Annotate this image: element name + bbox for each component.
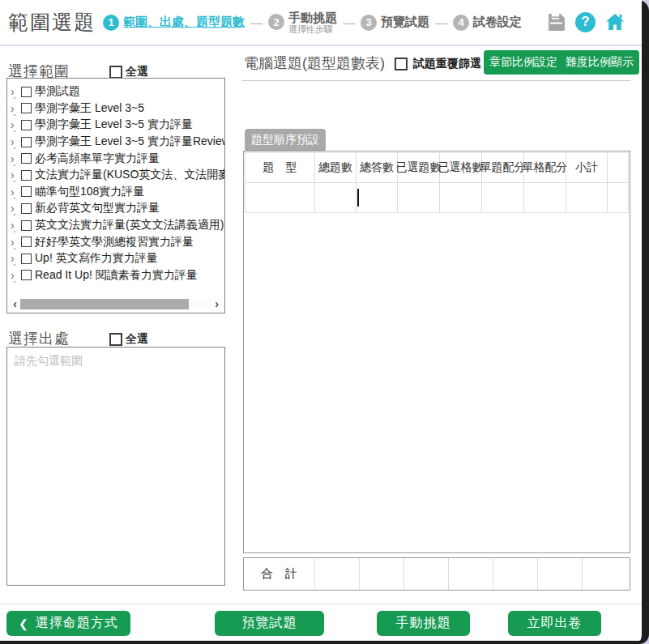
table-cell[interactable] xyxy=(357,183,398,213)
chevron-right-icon[interactable]: › xyxy=(11,253,21,264)
tree-item[interactable]: ›英文文法實力評量(英文文法講義適用) xyxy=(11,217,224,234)
totals-cell xyxy=(583,558,627,590)
chevron-right-icon[interactable]: › xyxy=(11,270,21,281)
totals-label: 合 計 xyxy=(244,558,315,590)
chevron-right-icon[interactable]: › xyxy=(11,237,21,248)
tree-item-label: 新必背英文句型實力評量 xyxy=(35,201,160,215)
tree-item-label: 學測試題 xyxy=(35,84,80,99)
back-to-method-button[interactable]: ❮ 選擇命題方式 xyxy=(6,611,130,636)
source-select-all-checkbox[interactable] xyxy=(109,333,122,346)
step-2-manual-pick[interactable]: 2 手動挑題 選擇性步驟 xyxy=(268,11,337,35)
table-cell[interactable] xyxy=(608,183,629,213)
table-cell[interactable] xyxy=(246,183,315,213)
question-type-order-preset-button[interactable]: 題型順序預設 xyxy=(245,129,326,151)
top-bar: 範圍選題 1 範圍、出處、題型題數 — 2 手動挑題 選擇性步驟 — 3 預覽試… xyxy=(0,0,642,46)
tree-item[interactable]: ›新必背英文句型實力評量 xyxy=(11,200,224,217)
step-1-range[interactable]: 1 範圍、出處、題型題數 xyxy=(103,15,245,31)
chevron-right-icon[interactable]: › xyxy=(11,119,21,130)
totals-cell xyxy=(360,558,404,590)
manual-pick-button[interactable]: 手動挑題 xyxy=(377,611,470,636)
source-select-all[interactable]: 全選 xyxy=(109,332,148,347)
duplicate-filter-checkbox[interactable] xyxy=(395,58,408,70)
chevron-right-icon[interactable]: › xyxy=(11,220,21,231)
source-placeholder-text: 請先勾選範圍 xyxy=(7,348,224,375)
table-cell[interactable] xyxy=(440,183,482,213)
tree-item[interactable]: ›必考高頻率單字實力評量 xyxy=(11,150,224,167)
save-icon[interactable] xyxy=(546,12,566,32)
column-header xyxy=(608,153,629,183)
chevron-right-icon[interactable]: › xyxy=(11,136,21,147)
column-header: 題 型 xyxy=(246,153,315,183)
duplicate-filter-label: 試題重覆篩選 xyxy=(413,57,481,71)
scrollbar-track[interactable] xyxy=(20,299,211,309)
tree-item-label: 瞄準句型108實力評量 xyxy=(35,185,144,199)
step-separator: — xyxy=(435,15,447,29)
tree-item-label: Read It Up! 閱讀素養力實力評量 xyxy=(35,268,198,283)
checkbox[interactable] xyxy=(21,137,32,147)
table-cell[interactable] xyxy=(482,183,524,213)
step-3-preview[interactable]: 3 預覽試題 xyxy=(361,15,429,31)
chevron-right-icon[interactable]: › xyxy=(11,186,21,198)
tree-item[interactable]: ›學測試題 xyxy=(11,83,224,100)
step-2-label: 手動挑題 xyxy=(288,11,337,24)
tree-item[interactable]: ›瞄準句型108實力評量 xyxy=(11,184,224,201)
column-header: 已選格數 xyxy=(440,153,482,183)
generate-paper-button[interactable]: 立即出卷 xyxy=(508,611,601,636)
chapter-ratio-button[interactable]: 章節比例設定 xyxy=(484,50,563,75)
checkbox[interactable] xyxy=(21,170,32,181)
chevron-right-icon[interactable]: › xyxy=(11,103,21,114)
difficulty-ratio-button[interactable]: 難度比例顯示 xyxy=(560,50,639,75)
checkbox[interactable] xyxy=(21,87,32,97)
chevron-right-icon[interactable]: › xyxy=(11,203,21,214)
checkbox[interactable] xyxy=(21,153,32,164)
tree-item[interactable]: ›Up! 英文寫作力實力評量 xyxy=(11,250,224,267)
step-separator: — xyxy=(343,15,355,29)
step-4-paper-settings[interactable]: 4 試卷設定 xyxy=(453,15,522,31)
preview-questions-button[interactable]: 預覽試題 xyxy=(215,611,324,636)
table-cell[interactable] xyxy=(398,183,440,213)
tree-item[interactable]: ›學測字彙王 Level 3~5 實力評量Review xyxy=(11,134,224,151)
table-cell[interactable] xyxy=(524,183,566,213)
table-cell[interactable] xyxy=(566,183,608,213)
tree-item[interactable]: ›Read It Up! 閱讀素養力實力評量 xyxy=(11,267,224,284)
checkbox[interactable] xyxy=(21,254,32,264)
text-cursor xyxy=(357,189,359,207)
chevron-right-icon[interactable]: › xyxy=(11,86,21,97)
tree-item[interactable]: ›文法實力評量(KUSO英文法、文法開麥拉) xyxy=(11,167,224,184)
horizontal-scrollbar[interactable]: ‹ › xyxy=(10,298,222,310)
tree-item-label: 必考高頻率單字實力評量 xyxy=(35,151,160,166)
table-cell[interactable] xyxy=(315,183,357,213)
range-select-all-checkbox[interactable] xyxy=(109,66,122,79)
back-button-label: 選擇命題方式 xyxy=(36,615,118,632)
checkbox[interactable] xyxy=(21,220,32,231)
chevron-right-icon[interactable]: › xyxy=(11,169,21,181)
totals-row: 合 計 xyxy=(243,557,630,591)
chevron-right-icon[interactable]: › xyxy=(11,153,21,164)
step-2-badge: 2 xyxy=(268,14,284,30)
checkbox[interactable] xyxy=(21,186,32,197)
step-3-label: 預覽試題 xyxy=(381,15,429,30)
scrollbar-thumb[interactable] xyxy=(20,299,189,309)
checkbox[interactable] xyxy=(21,103,32,113)
checkbox[interactable] xyxy=(21,237,32,247)
column-header: 已選題數 xyxy=(398,153,440,183)
checkbox[interactable] xyxy=(21,270,32,280)
duplicate-filter[interactable]: 試題重覆篩選 xyxy=(395,57,481,71)
tree-item[interactable]: ›學測字彙王 Level 3~5 實力評量 xyxy=(11,117,224,134)
scroll-right-icon[interactable]: › xyxy=(211,299,222,309)
tree-item-label: 學測字彙王 Level 3~5 實力評量Review xyxy=(35,134,224,149)
checkbox[interactable] xyxy=(21,203,32,214)
totals-cell xyxy=(449,558,493,590)
source-list-panel: 請先勾選範圍 xyxy=(6,347,225,586)
step-1-badge: 1 xyxy=(103,15,119,31)
scroll-left-icon[interactable]: ‹ xyxy=(10,299,20,309)
totals-cell xyxy=(538,558,583,590)
home-icon[interactable] xyxy=(604,11,626,32)
help-icon[interactable]: ? xyxy=(575,12,596,32)
tree-item-label: 文法實力評量(KUSO英文法、文法開麥拉) xyxy=(35,168,224,182)
tree-item[interactable]: ›學測字彙王 Level 3~5 xyxy=(11,100,224,117)
step-4-label: 試卷設定 xyxy=(473,15,522,30)
tree-item[interactable]: ›好好學英文學測總複習實力評量 xyxy=(11,233,224,250)
checkbox[interactable] xyxy=(21,120,32,130)
column-header: 小計 xyxy=(566,153,608,183)
